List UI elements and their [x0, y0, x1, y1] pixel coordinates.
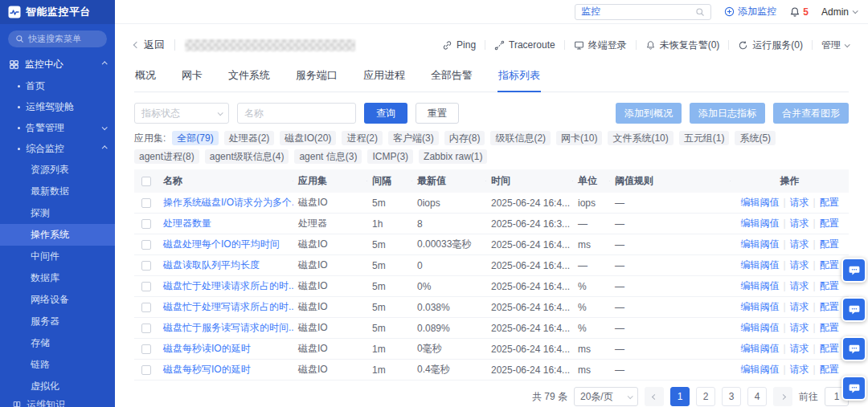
next-page-button[interactable] [773, 387, 792, 406]
request-link[interactable]: 请求 [790, 364, 809, 375]
appset-tag[interactable]: agent 信息(3) [294, 149, 362, 164]
row-checkbox[interactable] [141, 219, 151, 229]
tab-app-processes[interactable]: 应用进程 [362, 61, 406, 92]
ping-button[interactable]: Ping [442, 39, 476, 51]
edit-threshold-link[interactable]: 编辑阈值 [740, 259, 779, 271]
unrecovered-alarms-button[interactable]: 未恢复告警(0) [645, 39, 720, 52]
metric-name-link[interactable]: 操作系统磁盘I/O请求分为多个... [163, 197, 293, 208]
sidebar-item-alert-management[interactable]: 告警管理 [0, 117, 115, 138]
sidebar-subitem-server[interactable]: 服务器 [0, 311, 115, 332]
sidebar-item-monitor-center[interactable]: 监控中心 [0, 53, 115, 75]
appset-tag[interactable]: ICMP(3) [367, 149, 413, 164]
floating-assistant-button[interactable] [841, 336, 866, 361]
sidebar-search-input[interactable]: 快速搜索菜单 [8, 31, 107, 47]
request-link[interactable]: 请求 [790, 280, 809, 291]
config-link[interactable]: 配置 [820, 238, 839, 250]
metric-name-link[interactable]: 磁盘每秒写IO的延时 [163, 364, 251, 375]
request-link[interactable]: 请求 [790, 238, 809, 250]
sidebar-subitem-database[interactable]: 数据库 [0, 267, 115, 289]
floating-assistant-button[interactable] [841, 297, 866, 322]
metric-name-link[interactable]: 磁盘每秒读IO的延时 [163, 343, 251, 354]
page-button-4[interactable]: 4 [747, 387, 767, 406]
config-link[interactable]: 配置 [820, 301, 839, 312]
manage-dropdown[interactable]: 管理 [821, 39, 849, 52]
tab-overview[interactable]: 概况 [134, 61, 157, 92]
appset-tag[interactable]: 全部(79) [172, 131, 218, 145]
edit-threshold-link[interactable]: 编辑阈值 [740, 238, 779, 250]
config-link[interactable]: 配置 [820, 197, 839, 208]
config-link[interactable]: 配置 [820, 343, 839, 354]
request-link[interactable]: 请求 [790, 259, 809, 271]
edit-threshold-link[interactable]: 编辑阈值 [740, 364, 779, 375]
tab-network-card[interactable]: 网卡 [181, 61, 203, 92]
appset-tag[interactable]: agent级联信息(4) [205, 149, 289, 164]
config-link[interactable]: 配置 [820, 259, 839, 271]
tab-service-ports[interactable]: 服务端口 [295, 61, 338, 92]
config-link[interactable]: 配置 [820, 364, 839, 375]
appset-tag[interactable]: 系统(5) [735, 131, 776, 145]
global-search-input[interactable]: 监控 [575, 4, 711, 20]
row-checkbox[interactable] [141, 240, 151, 250]
appset-tag[interactable]: 网卡(10) [556, 131, 602, 145]
appset-tag[interactable]: 内存(8) [444, 131, 485, 145]
appset-tag[interactable]: 五元组(1) [679, 131, 730, 145]
reset-button[interactable]: 重置 [416, 103, 459, 124]
sidebar-footer-knowledge[interactable]: 运维知识 [0, 394, 115, 407]
appset-tag[interactable]: 级联信息(2) [490, 131, 551, 145]
appset-tag[interactable]: 进程(2) [342, 131, 383, 145]
page-button-3[interactable]: 3 [722, 387, 741, 406]
prev-page-button[interactable] [645, 387, 664, 406]
row-checkbox[interactable] [141, 261, 151, 271]
edit-threshold-link[interactable]: 编辑阈值 [740, 197, 779, 208]
request-link[interactable]: 请求 [790, 218, 809, 229]
sidebar-subitem-probe[interactable]: 探测 [0, 202, 115, 224]
sidebar-subitem-operating-system[interactable]: 操作系统 [0, 224, 115, 246]
appset-tag[interactable]: 磁盘IO(20) [280, 131, 336, 145]
config-link[interactable]: 配置 [820, 280, 839, 291]
floating-assistant-button[interactable] [841, 258, 866, 283]
search-icon[interactable] [695, 7, 705, 17]
row-checkbox[interactable] [141, 324, 151, 333]
sidebar-subitem-storage[interactable]: 存储 [0, 332, 115, 354]
edit-threshold-link[interactable]: 编辑阈值 [740, 343, 779, 354]
appset-tag[interactable]: Zabbix raw(1) [419, 149, 487, 164]
config-link[interactable]: 配置 [820, 322, 839, 333]
metric-name-link[interactable]: 磁盘忙于处理读请求所占的时... [163, 280, 293, 291]
sidebar-subitem-middleware[interactable]: 中间件 [0, 246, 115, 267]
page-button-1[interactable]: 1 [670, 387, 690, 406]
sidebar-subitem-link[interactable]: 链路 [0, 354, 115, 376]
tab-filesystem[interactable]: 文件系统 [227, 61, 271, 92]
tab-metric-list[interactable]: 指标列表 [497, 61, 541, 92]
terminal-login-button[interactable]: 终端登录 [574, 39, 627, 52]
row-checkbox[interactable] [141, 344, 151, 354]
add-log-metric-button[interactable]: 添加日志指标 [690, 103, 765, 124]
metric-name-link[interactable]: 磁盘读取队列平均长度 [163, 259, 260, 271]
request-link[interactable]: 请求 [790, 197, 809, 208]
row-checkbox[interactable] [141, 303, 151, 312]
appset-tag[interactable]: 文件系统(10) [608, 131, 673, 145]
sidebar-item-ops-cockpit[interactable]: 运维驾驶舱 [0, 96, 115, 117]
add-monitor-button[interactable]: 添加监控 [724, 5, 776, 18]
appset-tag[interactable]: 处理器(2) [224, 131, 275, 145]
sidebar-item-comprehensive-monitoring[interactable]: 综合监控 [0, 138, 115, 159]
traceroute-button[interactable]: Traceroute [494, 39, 555, 51]
edit-threshold-link[interactable]: 编辑阈值 [740, 218, 779, 229]
metric-name-link[interactable]: 磁盘忙于处理写请求所占的时... [163, 301, 293, 312]
sidebar-subitem-resource-list[interactable]: 资源列表 [0, 159, 115, 181]
sidebar-subitem-latest-data[interactable]: 最新数据 [0, 181, 115, 202]
tab-all-alerts[interactable]: 全部告警 [430, 61, 473, 92]
request-link[interactable]: 请求 [790, 343, 809, 354]
row-checkbox[interactable] [141, 198, 151, 208]
edit-threshold-link[interactable]: 编辑阈值 [740, 322, 779, 333]
select-all-checkbox[interactable] [141, 177, 151, 186]
appset-tag[interactable]: agent进程(8) [134, 149, 199, 164]
add-to-overview-button[interactable]: 添加到概况 [616, 103, 682, 124]
page-button-2[interactable]: 2 [696, 387, 715, 406]
query-button[interactable]: 查询 [364, 103, 407, 124]
metric-name-link[interactable]: 磁盘忙于服务读写请求的时间... [163, 322, 293, 333]
metric-name-link[interactable]: 处理器数量 [163, 218, 211, 229]
floating-assistant-button[interactable] [841, 376, 866, 401]
user-menu[interactable]: Admin [821, 6, 857, 18]
config-link[interactable]: 配置 [820, 218, 839, 229]
sidebar-subitem-network-device[interactable]: 网络设备 [0, 289, 115, 311]
